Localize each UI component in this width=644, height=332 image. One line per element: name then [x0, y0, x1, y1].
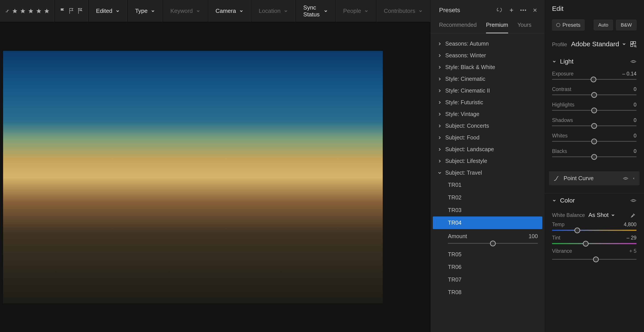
preset-group-label: Seasons: Autumn [445, 40, 489, 47]
filter-location[interactable]: Location [251, 0, 296, 22]
white-balance-label: White Balance [552, 212, 585, 218]
svg-marker-20 [633, 177, 634, 179]
tab-premium[interactable]: Premium [486, 19, 508, 33]
preset-item[interactable]: TR08 [430, 286, 544, 299]
preset-group-label: Seasons: Winter [445, 52, 486, 59]
eye-icon [623, 176, 628, 180]
preset-group[interactable]: Style: Vintage [430, 108, 544, 120]
preset-group[interactable]: Subject: Landscape [430, 144, 544, 155]
highlights-slider[interactable]: Highlights0 [552, 102, 636, 111]
svg-line-17 [636, 46, 636, 47]
amount-slider[interactable] [430, 241, 544, 248]
presets-button[interactable]: Presets [552, 19, 584, 30]
filter-edited[interactable]: Edited [88, 0, 128, 22]
filter-type[interactable]: Type [128, 0, 163, 22]
point-curve-button[interactable]: Point Curve [549, 171, 640, 185]
shadows-slider[interactable]: Shadows0 [552, 117, 636, 126]
preset-group[interactable]: Subject: Travel [430, 167, 544, 179]
temp-slider[interactable] [552, 230, 636, 231]
preset-group[interactable]: Style: Cinematic II [430, 85, 544, 97]
more-icon[interactable] [520, 9, 526, 11]
preset-group[interactable]: Style: Futuristic [430, 97, 544, 108]
exposure-slider[interactable]: Exposure– 0.14 [552, 71, 636, 80]
preset-group[interactable]: Style: Black & White [430, 61, 544, 73]
presets-panel: Presets Recommended Premium Yours Season… [430, 0, 544, 332]
preset-item[interactable]: TR02 [430, 191, 544, 204]
preset-item[interactable]: TR06 [430, 261, 544, 273]
preset-group-label: Subject: Landscape [445, 146, 494, 153]
svg-point-21 [632, 200, 634, 201]
add-icon[interactable] [509, 8, 514, 13]
rating-filter[interactable] [0, 8, 54, 14]
profile-browser-icon[interactable] [630, 41, 636, 47]
vibrance-slider[interactable] [552, 256, 636, 263]
star-icon [12, 8, 18, 14]
filter-people[interactable]: People [336, 0, 376, 22]
tab-recommended[interactable]: Recommended [439, 19, 477, 33]
flag-rejected-icon [78, 8, 83, 14]
chevron-down-icon[interactable] [552, 59, 556, 64]
preset-group-label: Subject: Concerts [445, 123, 489, 129]
preset-group-label: Style: Futuristic [445, 99, 483, 106]
filter-contributors[interactable]: Contributors [376, 0, 430, 22]
svg-point-9 [522, 9, 524, 11]
blacks-slider[interactable]: Blacks0 [552, 148, 636, 157]
preset-group[interactable]: Style: Cinematic [430, 73, 544, 85]
star-icon [36, 8, 42, 14]
svg-rect-13 [631, 42, 633, 44]
preset-group[interactable]: Seasons: Autumn [430, 38, 544, 50]
presets-title: Presets [439, 7, 460, 14]
filter-camera[interactable]: Camera [208, 0, 251, 22]
svg-marker-4 [44, 9, 49, 13]
auto-button[interactable]: Auto [594, 20, 613, 30]
eyedropper-icon[interactable] [630, 212, 636, 218]
preset-item[interactable]: TR01 [430, 179, 544, 191]
preset-group[interactable]: Seasons: Winter [430, 50, 544, 61]
filter-bar: Edited Type Keyword Camera Location Sync… [0, 0, 430, 22]
preset-item[interactable]: TR05 [430, 248, 544, 261]
preset-group[interactable]: Subject: Concerts [430, 120, 544, 132]
chevron-right-icon [437, 41, 442, 46]
light-section-title[interactable]: Light [560, 58, 574, 65]
filter-keyword[interactable]: Keyword [163, 0, 208, 22]
svg-point-8 [520, 9, 522, 11]
preset-item[interactable]: TR03 [430, 204, 544, 216]
chevron-down-icon[interactable] [552, 198, 556, 203]
photo-preview[interactable] [3, 51, 383, 304]
color-section-title[interactable]: Color [560, 197, 575, 204]
eye-icon[interactable] [630, 59, 636, 64]
preset-item[interactable]: TR07 [430, 273, 544, 286]
chevron-right-icon [437, 135, 442, 140]
preset-group-label: Style: Cinematic II [445, 87, 490, 94]
eye-icon[interactable] [630, 198, 636, 203]
preset-item[interactable]: TR04 [433, 216, 542, 229]
preset-group-label: Style: Vintage [445, 111, 479, 117]
amount-value: 100 [528, 233, 538, 239]
flag-picked-icon [60, 8, 66, 14]
profile-dropdown[interactable]: Adobe Standard [571, 40, 626, 48]
preset-group-label: Subject: Lifestyle [445, 158, 487, 164]
bw-button[interactable]: B&W [616, 20, 636, 30]
chevron-right-icon [437, 88, 442, 93]
tint-slider[interactable] [552, 243, 636, 244]
contrast-slider[interactable]: Contrast0 [552, 86, 636, 95]
svg-rect-14 [633, 42, 636, 44]
filter-sync-status[interactable]: Sync Status [296, 0, 336, 22]
chevron-right-icon [437, 100, 442, 105]
white-balance-dropdown[interactable]: As Shot [588, 212, 615, 218]
edit-panel: Edit Presets Auto B&W Profile Adobe Stan… [544, 0, 644, 332]
tab-yours[interactable]: Yours [518, 19, 532, 33]
chevron-right-icon [437, 159, 442, 164]
close-icon[interactable] [532, 8, 538, 13]
chevron-right-icon [437, 53, 442, 58]
preset-group-label: Subject: Travel [445, 169, 482, 176]
flag-filter[interactable] [55, 8, 88, 14]
svg-rect-15 [631, 44, 633, 46]
preset-list[interactable]: Seasons: AutumnSeasons: WinterStyle: Bla… [430, 33, 544, 332]
undo-icon[interactable] [497, 8, 503, 12]
chevron-down-icon [437, 170, 442, 175]
preset-group[interactable]: Subject: Lifestyle [430, 155, 544, 167]
preset-group[interactable]: Subject: Food [430, 132, 544, 144]
svg-point-19 [625, 177, 626, 179]
whites-slider[interactable]: Whites0 [552, 133, 636, 142]
